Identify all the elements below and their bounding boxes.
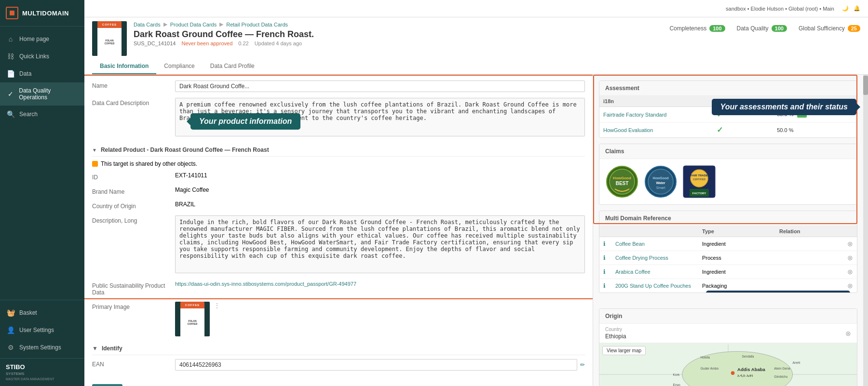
ean-value: ✏: [175, 359, 585, 371]
id-label: ID: [92, 172, 169, 181]
sidebar-item-basket[interactable]: 🧺 Basket: [0, 304, 84, 321]
svg-text:Addis Ababa: Addis Ababa: [737, 367, 766, 372]
stibo-logo: STIBOSYSTEMSMASTER DATA MANAGEMENT: [6, 363, 54, 381]
logo-icon: [6, 7, 18, 19]
claims-title: Claims: [599, 144, 857, 159]
mdr-row-0-name[interactable]: Coffee Bean: [615, 241, 645, 247]
mdr-row-0-info-icon[interactable]: ℹ: [603, 240, 606, 247]
mdr-row-3-info-icon[interactable]: ℹ: [603, 282, 606, 289]
breadcrumb-item-1[interactable]: Product Data Cards: [170, 22, 217, 27]
sidebar-item-label: Data Quality Operations: [19, 87, 78, 101]
sidebar-item-data[interactable]: 📄 Data: [0, 65, 84, 82]
svg-text:Water: Water: [656, 181, 665, 185]
mdr-row-3-remove-button[interactable]: ⊗: [847, 282, 853, 290]
mdr-table: Type Relation ℹ Coffee Bean Ingredient: [599, 226, 857, 293]
svg-text:Guder Ambo: Guder Ambo: [701, 367, 719, 370]
shared-note: This target is shared by other objects.: [92, 160, 585, 167]
related-section-title: Related Product - Dark Roast Ground Coff…: [101, 146, 269, 153]
sidebar-item-label: Quick Links: [19, 53, 49, 60]
mdr-row-0-remove-button[interactable]: ⊗: [847, 240, 853, 248]
product-header-top: COFFEE FOLANCOFFED Data Cards ▶ Product …: [92, 21, 860, 56]
desc-long-textarea[interactable]: Indulge in the rich, bold flavors of our…: [175, 215, 585, 273]
product-meta: SUS_DC_141014 Never been approved 0.22 U…: [134, 40, 663, 46]
mdr-header-type: Type: [698, 226, 775, 237]
scrollbar[interactable]: [863, 75, 868, 386]
main-content: sandbox • Elodie Hutson • Global (root) …: [84, 0, 868, 386]
top-bar-right: sandbox • Elodie Hutson • Global (root) …: [726, 5, 860, 12]
origin-country-value: Ethiopia: [605, 333, 626, 340]
sidebar-item-user-settings[interactable]: 👤 User Settings: [0, 321, 84, 339]
dqo-icon: ✓: [7, 90, 14, 98]
tab-basic-information[interactable]: Basic Information: [92, 59, 156, 74]
assessment-row-1-name[interactable]: HowGood Evaluation: [603, 127, 653, 133]
approval-status: Never been approved: [181, 40, 232, 46]
assessment-header-pass-rate: Overall Pass Rate: [773, 96, 857, 107]
tab-compliance[interactable]: Compliance: [156, 59, 202, 74]
sidebar-item-label: Data: [19, 70, 31, 77]
svg-text:Holeta: Holeta: [701, 356, 710, 359]
assessment-row-0-compliance: ✓: [717, 110, 723, 119]
mdr-header-relation: Relation: [775, 226, 843, 237]
sidebar-item-quick-links[interactable]: ⛓ Quick Links: [0, 48, 84, 65]
name-input[interactable]: [175, 80, 585, 92]
sidebar-item-label: Basket: [19, 309, 37, 316]
mdr-row-1-info-icon[interactable]: ℹ: [603, 254, 606, 261]
sidebar-item-system-settings[interactable]: ⚙ System Settings: [0, 339, 84, 356]
table-row: ℹ Coffee Bean Ingredient ⊗: [599, 237, 857, 251]
map-view-button[interactable]: View larger map: [602, 346, 646, 355]
mdr-header-remove: [843, 226, 857, 237]
origin-remove-button[interactable]: ⊗: [845, 330, 851, 337]
sidebar-item-label: User Settings: [19, 327, 54, 333]
desc-long-value: Indulge in the rich, bold flavors of our…: [175, 215, 585, 275]
svg-text:አዲስ አበባ: አዲስ አበባ: [737, 373, 753, 378]
description-label: Data Card Description: [92, 98, 169, 106]
sustainability-label: Public Sustainability Product Data: [92, 280, 169, 296]
country-field-row: Country of Origin BRAZIL: [92, 201, 585, 210]
save-button[interactable]: Save: [92, 384, 122, 386]
mdr-row-1-name[interactable]: Coffee Drying Process: [615, 255, 668, 261]
claims-section: Claims HowGood BEST: [599, 144, 857, 205]
sidebar-item-search[interactable]: 🔍 Search: [0, 106, 84, 123]
user-info: sandbox • Elodie Hutson • Global (root) …: [726, 6, 834, 12]
mdr-row-2-remove-button[interactable]: ⊗: [847, 268, 853, 276]
moon-icon[interactable]: 🌙: [842, 5, 849, 12]
mdr-row-2-name[interactable]: Arabica Coffee: [615, 269, 651, 275]
assessment-row-0-name[interactable]: Fairtrade Factory Standard: [603, 112, 666, 118]
identify-toggle[interactable]: ▼: [92, 345, 98, 352]
svg-text:Sendafa: Sendafa: [742, 355, 754, 358]
primary-image-value: COFFEE FOLANCOFFED ⋮: [175, 302, 585, 336]
svg-point-19: [731, 371, 735, 375]
bell-icon[interactable]: 🔔: [854, 5, 860, 12]
identify-label: Identify: [102, 345, 122, 352]
mdr-row-2-info-icon[interactable]: ℹ: [603, 268, 606, 275]
breadcrumb-sep-0: ▶: [163, 21, 167, 27]
description-textarea[interactable]: A premium coffee renowned exclusively fr…: [175, 98, 585, 136]
sidebar-item-home[interactable]: ⌂ Home page: [0, 30, 84, 48]
ean-field-row: EAN ✏: [92, 359, 585, 371]
mdr-header-empty: [599, 226, 611, 237]
product-title: Dark Roast Ground Coffee — French Roast.: [134, 29, 663, 40]
sustainability-url[interactable]: https://daas-ui-odin.sys-inno.stibosyste…: [175, 281, 356, 287]
scroll-thumb[interactable]: [863, 76, 868, 95]
image-menu-button[interactable]: ⋮: [214, 302, 220, 309]
mdr-row-1-remove-button[interactable]: ⊗: [847, 254, 853, 262]
completeness-badge: 100: [709, 25, 725, 32]
assessment-row-1-compliance: ✓: [717, 126, 723, 134]
svg-text:Enyo: Enyo: [673, 383, 680, 386]
tabs-row: Basic Information Compliance Data Card P…: [92, 59, 860, 74]
related-toggle[interactable]: ▼: [92, 147, 97, 153]
svg-text:BEST: BEST: [616, 181, 629, 186]
save-row: Save: [92, 376, 585, 386]
breadcrumb-item-0[interactable]: Data Cards: [134, 22, 161, 27]
brand-label: Brand Name: [92, 186, 169, 195]
tab-data-card-profile[interactable]: Data Card Profile: [203, 59, 262, 74]
svg-text:Smart: Smart: [656, 186, 665, 189]
ean-edit-icon[interactable]: ✏: [580, 361, 585, 368]
ean-input[interactable]: [175, 359, 577, 371]
mdr-row-3-name[interactable]: 200G Stand Up Coffee Pouches: [615, 283, 691, 289]
sidebar-item-dqo[interactable]: ✓ Data Quality Operations: [0, 82, 84, 106]
breadcrumb: Data Cards ▶ Product Data Cards ▶ Retail…: [134, 21, 663, 27]
sidebar-item-label: Search: [19, 111, 38, 118]
breadcrumb-item-2[interactable]: Retail Product Data Cards: [226, 22, 288, 27]
origin-title: Origin: [599, 309, 857, 324]
